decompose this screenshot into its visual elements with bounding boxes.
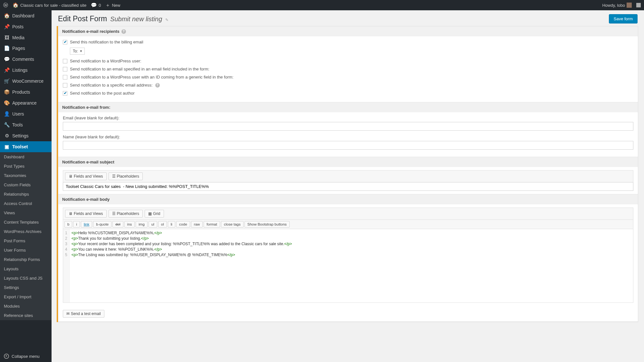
placeholders-button[interactable]: ☰ Placeholders [109, 172, 143, 180]
section-subject: Notification e-mail subject 🖥 Fields and… [58, 157, 638, 194]
quicktag-ins[interactable]: ins [124, 221, 135, 227]
submenu-content-templates[interactable]: Content Templates [0, 218, 52, 227]
sidebar-item-appearance[interactable]: 🎨Appearance [0, 97, 52, 108]
fields-views-button[interactable]: 🖥 Fields and Views [65, 172, 107, 180]
submenu-dashboard[interactable]: Dashboard [0, 152, 52, 162]
submenu-layouts[interactable]: Layouts [0, 264, 52, 274]
page-title: Edit Post Form [58, 14, 107, 23]
fields-views-button[interactable]: 🖥 Fields and Views [65, 210, 107, 218]
sidebar-item-comments[interactable]: 💬Comments [0, 54, 52, 65]
comments-count: 0 [99, 3, 101, 8]
checkbox-specific-email[interactable] [63, 83, 67, 88]
checkbox-email-field[interactable] [63, 67, 67, 71]
submenu-layouts-css-and-js[interactable]: Layouts CSS and JS [0, 274, 52, 283]
help-icon[interactable]: ? [121, 29, 126, 34]
section-body: Notification e-mail body 🖥 Fields and Vi… [58, 194, 638, 322]
sidebar-item-woocommerce[interactable]: 🛒WooCommerce [0, 76, 52, 87]
submenu-settings[interactable]: Settings [0, 283, 52, 292]
submenu-views[interactable]: Views [0, 208, 52, 218]
body-code-editor[interactable]: 12345 <p>Hello %%CUSTOMER_DISPLAYNAME%%,… [63, 229, 633, 303]
avatar-icon [627, 3, 632, 8]
sidebar-item-settings[interactable]: ⚙Settings [0, 130, 52, 141]
name-from-label: Name (leave blank for default): [63, 135, 633, 139]
site-home-link[interactable]: 🏠Classic cars for sale - classified site [13, 2, 86, 8]
quicktag-Show-Bootstrap-buttons[interactable]: Show Bootstrap buttons [245, 221, 290, 227]
help-icon[interactable]: ? [155, 83, 160, 88]
quicktag-ol[interactable]: ol [158, 221, 167, 227]
sidebar-item-users[interactable]: 👤Users [0, 108, 52, 119]
submenu-taxonomies[interactable]: Taxonomies [0, 171, 52, 180]
sidebar-item-posts[interactable]: 📌Posts [0, 21, 52, 32]
sidebar-item-listings[interactable]: 📌Listings [0, 65, 52, 76]
admin-bar: ⓦ 🏠Classic cars for sale - classified si… [0, 0, 644, 10]
name-from-input[interactable] [63, 141, 633, 150]
user-greeting[interactable]: Howdy, lobo [602, 3, 632, 8]
sidebar-item-tools[interactable]: 🔧Tools [0, 119, 52, 130]
checkbox-wp-user[interactable] [63, 59, 67, 63]
quicktag-close-tags[interactable]: close tags [221, 221, 244, 227]
submenu-custom-fields[interactable]: Custom Fields [0, 180, 52, 190]
quicktag-img[interactable]: img [136, 221, 148, 227]
edit-icon[interactable]: ✎ [165, 18, 168, 22]
checkbox-wp-id[interactable] [63, 75, 67, 79]
grid-button[interactable]: ▦ Grid [145, 210, 164, 218]
quicktag-li[interactable]: li [168, 221, 175, 227]
checkbox-post-author[interactable] [63, 91, 67, 96]
comments-link[interactable]: 💬0 [91, 2, 101, 8]
quicktag-del[interactable]: del [112, 221, 123, 227]
sidebar-item-media[interactable]: 🖼Media [0, 32, 52, 43]
collapse-icon [4, 354, 9, 357]
quicktag-b[interactable]: b [64, 221, 72, 227]
quicktag-b-quote[interactable]: b-quote [93, 221, 111, 227]
wp-logo[interactable]: ⓦ [3, 2, 8, 8]
sidebar-item-toolset[interactable]: ▣Toolset [0, 141, 52, 152]
sidebar-item-pages[interactable]: 📄Pages [0, 43, 52, 54]
submenu-post-types[interactable]: Post Types [0, 162, 52, 171]
submenu-relationships[interactable]: Relationships [0, 190, 52, 199]
checkbox-billing[interactable] [63, 40, 67, 44]
page-subtitle: Submit new listing [110, 15, 162, 23]
send-test-email-button[interactable]: ✉ Send a test email [63, 310, 104, 318]
submenu-export-import[interactable]: Export / Import [0, 292, 52, 302]
submenu-modules[interactable]: Modules [0, 302, 52, 311]
quicktag-ul[interactable]: ul [149, 221, 157, 227]
sidebar-item-dashboard[interactable]: 🏠Dashboard [0, 10, 52, 21]
section-recipients: Notification e-mail recipients? Send thi… [58, 26, 638, 102]
submenu-post-forms[interactable]: Post Forms [0, 236, 52, 246]
collapse-toggle[interactable] [636, 3, 641, 7]
submenu-reference-sites[interactable]: Reference sites [0, 311, 52, 320]
section-from: Notification e-mail from: Email (leave b… [58, 102, 638, 157]
email-from-label: Email (leave blank for default): [63, 116, 633, 120]
submenu-user-forms[interactable]: User Forms [0, 246, 52, 255]
subject-input[interactable] [63, 182, 633, 191]
quicktag-format[interactable]: format [204, 221, 220, 227]
email-from-input[interactable] [63, 122, 633, 131]
collapse-menu[interactable]: Collapse menu [0, 350, 52, 357]
new-content-link[interactable]: ＋New [105, 2, 120, 8]
admin-sidebar: 🏠Dashboard📌Posts🖼Media📄Pages💬Comments📌Li… [0, 10, 52, 357]
quicktag-link[interactable]: link [81, 221, 92, 227]
submenu-wordpress-archives[interactable]: WordPress Archives [0, 227, 52, 236]
sidebar-item-products[interactable]: 📦Products [0, 87, 52, 97]
quicktag-code[interactable]: code [176, 221, 190, 227]
quicktag-i[interactable]: i [73, 221, 80, 227]
page-header: Edit Post Form Submit new listing ✎ Save… [52, 10, 644, 26]
to-dropdown[interactable]: To: [70, 48, 85, 55]
placeholders-button[interactable]: ☰ Placeholders [109, 210, 143, 218]
submenu-access-control[interactable]: Access Control [0, 199, 52, 208]
toolset-icon: ▣ [4, 144, 10, 150]
submenu-relationship-forms[interactable]: Relationship Forms [0, 255, 52, 264]
save-form-button[interactable]: Save form [609, 14, 638, 23]
site-title: Classic cars for sale - classified site [20, 3, 86, 8]
quicktag-raw[interactable]: raw [191, 221, 203, 227]
